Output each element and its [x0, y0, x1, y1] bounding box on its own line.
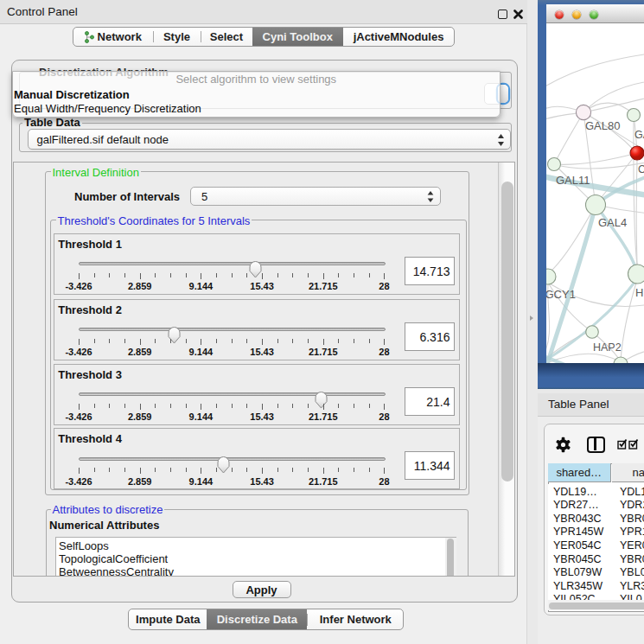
- svg-text:GAL11: GAL11: [556, 174, 590, 187]
- svg-text:H: H: [635, 286, 643, 299]
- svg-text:GAL4: GAL4: [598, 216, 627, 229]
- svg-text:HAP2: HAP2: [593, 341, 622, 354]
- svg-text:GAL80: GAL80: [585, 119, 620, 132]
- svg-text:GA: GA: [634, 129, 644, 141]
- svg-text:GCY1: GCY1: [546, 288, 576, 301]
- svg-text:C: C: [638, 163, 644, 175]
